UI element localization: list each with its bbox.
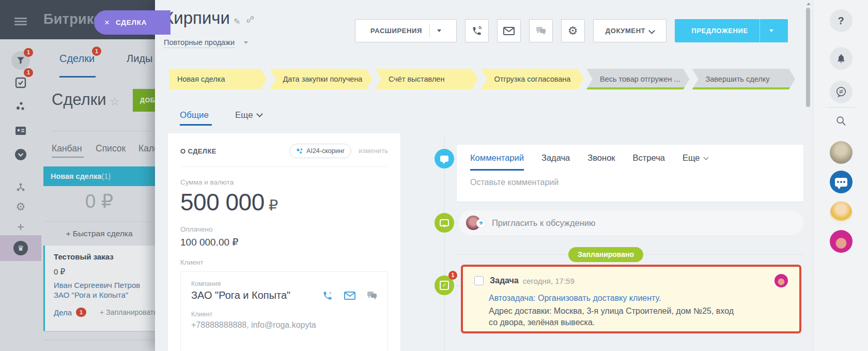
chat-button[interactable] <box>529 19 553 42</box>
phone-icon <box>472 26 482 36</box>
avatar[interactable] <box>830 201 853 224</box>
edit-pencil-icon[interactable]: ✎ <box>234 17 240 26</box>
messenger-icon <box>835 86 847 98</box>
invite-label: Пригласить к обсуждению <box>492 218 595 228</box>
scroll-up-arrow-icon[interactable] <box>807 3 811 5</box>
company-label: Компания <box>191 280 377 287</box>
more-tab-label: Еще <box>235 110 253 120</box>
document-chevron-icon <box>648 27 655 34</box>
client-chat-icon[interactable] <box>367 291 377 300</box>
deal-tab-more[interactable]: Еще <box>235 110 262 120</box>
messenger-button[interactable] <box>830 81 853 103</box>
slider-deal-chip[interactable]: × СДЕЛКА <box>94 10 171 35</box>
question-icon: ? <box>838 15 844 27</box>
task-type-label: Задача <box>490 276 519 285</box>
task-time: сегодня, 17:59 <box>523 277 575 285</box>
extensions-caret-icon <box>437 29 441 32</box>
about-deal-card: О СДЕЛКЕ AI24-скоринг изменить Сумма и в… <box>168 133 400 351</box>
chip-label: СДЕЛКА <box>116 19 147 26</box>
proposal-caret[interactable] <box>760 29 783 32</box>
timeline-tab-meeting[interactable]: Встреча <box>633 153 665 169</box>
deal-slider-panel: Кирпичи ✎ Повторные продажи РАСШИРЕНИЯ ⚙… <box>155 0 804 351</box>
timeline-editor-card: Комментарий Задача Звонок Встреча Еще Ос… <box>457 145 803 202</box>
search-icon <box>835 115 847 127</box>
client-call-icon[interactable] <box>322 291 333 301</box>
divider <box>429 25 430 37</box>
proposal-button[interactable]: ПРЕДЛОЖЕНИЕ <box>675 19 788 42</box>
task-checkbox[interactable] <box>474 276 484 285</box>
avatar[interactable] <box>830 141 853 164</box>
amount-currency: ₽ <box>269 197 278 213</box>
stage-purchase-date[interactable]: Дата закупки получена <box>270 69 373 89</box>
extensions-label: РАСШИРЕНИЯ <box>370 27 422 35</box>
slider-scrollbar[interactable] <box>804 0 813 351</box>
document-button[interactable]: ДОКУМЕНТ <box>593 19 667 42</box>
deal-amount[interactable]: 500 000₽ <box>180 188 388 216</box>
ai-molecule-icon <box>296 148 303 154</box>
pipeline-selector[interactable]: Повторные продажи <box>164 38 235 48</box>
edit-link[interactable]: изменить <box>359 147 388 155</box>
stage-invoice[interactable]: Счёт выставлен <box>375 69 478 89</box>
timeline-tab-more[interactable]: Еще <box>683 153 708 169</box>
scrollbar-thumb[interactable] <box>806 8 810 107</box>
proposal-caret-icon <box>769 29 773 32</box>
extensions-button[interactable]: РАСШИРЕНИЯ <box>355 19 457 42</box>
task-avatar[interactable] <box>774 274 788 287</box>
gear-icon: ⚙ <box>568 24 578 37</box>
client-email-icon[interactable] <box>344 292 355 300</box>
help-button[interactable]: ? <box>830 9 853 32</box>
invite-to-discussion[interactable]: + Пригласить к обсуждению <box>459 210 803 235</box>
timeline-more-chevron-icon <box>703 155 708 160</box>
pipeline-caret-icon <box>244 41 248 44</box>
contact-info: +78888888888, info@roga.kopyta <box>191 321 377 330</box>
comment-stream-icon <box>435 149 454 169</box>
stage-shipping-approved[interactable]: Отгрузка согласована <box>481 69 584 89</box>
comment-input[interactable]: Оставьте комментарий <box>470 178 790 187</box>
deal-tab-general[interactable]: Общие <box>180 110 209 120</box>
client-box: Компания ЗАО "Рога и Копыта" Клиент +788… <box>180 271 388 351</box>
timeline-tab-task[interactable]: Задача <box>541 153 570 169</box>
planned-badge: Запланировано <box>568 247 643 262</box>
slider-dim-overlay <box>0 0 155 351</box>
task-timeline-card[interactable]: Задача сегодня, 17:59 Автозадача: Органи… <box>461 265 801 333</box>
paid-value: 100 000.00 ₽ <box>180 236 388 248</box>
deal-title: Кирпичи <box>164 8 230 28</box>
ai-scoring-badge[interactable]: AI24-скоринг <box>289 144 351 158</box>
general-tab-underline <box>180 124 212 126</box>
group-chat-icon <box>835 178 847 187</box>
amount-label: Сумма и валюта <box>180 178 388 186</box>
stage-close-deal[interactable]: Завершить сделку <box>692 69 796 89</box>
amount-value: 500 000 <box>180 189 265 216</box>
settings-button[interactable]: ⚙ <box>561 19 585 42</box>
stage-new[interactable]: Новая сделка <box>169 69 267 89</box>
proposal-label: ПРЕДЛОЖЕНИЕ <box>680 27 759 35</box>
more-label: Еще <box>683 153 700 162</box>
timeline-tab-comment[interactable]: Комментарий <box>470 153 524 171</box>
stage-goods-shipped[interactable]: Весь товар отгружен ... <box>586 69 690 89</box>
timeline-tab-call[interactable]: Звонок <box>587 153 615 169</box>
close-icon[interactable]: × <box>104 18 110 28</box>
discussion-icon <box>435 213 454 233</box>
paid-label: Оплачено <box>180 225 388 233</box>
client-label: Клиент <box>180 258 388 266</box>
more-tab-chevron-icon <box>256 111 263 117</box>
deal-toolbar: РАСШИРЕНИЯ ⚙ ДОКУМЕНТ ПРЕДЛОЖЕНИЕ <box>355 19 788 42</box>
email-button[interactable] <box>497 19 521 42</box>
task-description: Адрес доставки: Москва, 3-я улица Строит… <box>489 306 737 328</box>
task-title-link[interactable]: Автозадача: Организовать доставку клиент… <box>489 294 788 303</box>
search-button[interactable] <box>830 110 853 132</box>
about-header: О СДЕЛКЕ <box>180 147 216 155</box>
avatar: + <box>466 216 481 230</box>
right-toolbar-rail: ? <box>813 0 868 351</box>
group-chat-avatar[interactable] <box>830 171 853 193</box>
divider <box>180 166 388 167</box>
copy-link-icon[interactable] <box>246 16 254 23</box>
call-button[interactable] <box>465 19 489 42</box>
company-name-link[interactable]: ЗАО "Рога и Копыта" <box>191 289 290 301</box>
notifications-button[interactable] <box>830 47 853 70</box>
divider <box>826 107 856 108</box>
contact-label: Клиент <box>191 311 377 318</box>
avatar[interactable] <box>830 230 853 253</box>
task-stream-badge: 1 <box>448 271 457 280</box>
chat-icon <box>536 26 546 36</box>
